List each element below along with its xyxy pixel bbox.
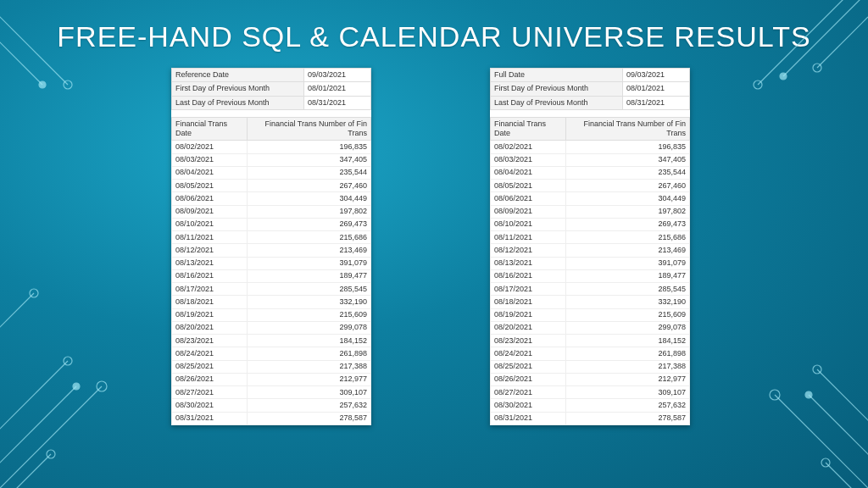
meta-label: Full Date bbox=[491, 69, 623, 82]
cell-count: 267,460 bbox=[247, 180, 370, 192]
meta-value: 08/01/2021 bbox=[304, 82, 371, 96]
cell-count: 215,686 bbox=[565, 231, 689, 244]
svg-point-23 bbox=[805, 391, 812, 398]
cell-date: 08/19/2021 bbox=[172, 308, 248, 321]
meta-value: 09/03/2021 bbox=[304, 69, 371, 82]
cell-date: 08/20/2021 bbox=[491, 321, 566, 334]
cell-count: 309,107 bbox=[565, 386, 689, 399]
cell-date: 08/16/2021 bbox=[172, 269, 248, 282]
svg-line-20 bbox=[775, 395, 868, 488]
col-header-count: Financial Trans Number of Fin Trans bbox=[247, 117, 370, 141]
table-row: 08/12/2021213,469 bbox=[172, 244, 371, 257]
table-row: 08/02/2021196,835 bbox=[172, 141, 371, 153]
cell-count: 269,473 bbox=[247, 218, 370, 230]
table-row: 08/02/2021196,835 bbox=[491, 141, 690, 153]
cell-date: 08/10/2021 bbox=[172, 218, 248, 230]
cell-count: 257,632 bbox=[247, 399, 370, 412]
cell-date: 08/12/2021 bbox=[491, 244, 566, 257]
meta-label: First Day of Previous Month bbox=[172, 82, 304, 96]
cell-date: 08/19/2021 bbox=[491, 308, 566, 321]
meta-label: Last Day of Previous Month bbox=[172, 96, 304, 109]
meta-value: 08/31/2021 bbox=[304, 96, 371, 109]
table-row: 08/23/2021184,152 bbox=[491, 335, 690, 347]
cell-count: 269,473 bbox=[565, 218, 689, 230]
cell-date: 08/13/2021 bbox=[491, 257, 566, 269]
table-row: 08/24/2021261,898 bbox=[491, 347, 690, 360]
table-row: 08/05/2021267,460 bbox=[172, 180, 371, 192]
table-row: 08/19/2021215,609 bbox=[172, 308, 371, 321]
svg-point-9 bbox=[39, 81, 46, 88]
meta-value: 09/03/2021 bbox=[623, 69, 690, 82]
table-row: 08/13/2021391,079 bbox=[491, 257, 690, 269]
cell-date: 08/02/2021 bbox=[491, 141, 566, 153]
cell-count: 304,449 bbox=[247, 192, 370, 205]
results-panel-right: Full Date09/03/2021First Day of Previous… bbox=[490, 68, 690, 425]
col-header-date: Financial Trans Date bbox=[491, 117, 566, 141]
cell-date: 08/06/2021 bbox=[491, 192, 566, 205]
meta-table-left: Reference Date09/03/2021First Day of Pre… bbox=[171, 68, 371, 110]
svg-point-27 bbox=[821, 458, 830, 467]
cell-count: 285,545 bbox=[247, 283, 370, 296]
svg-line-16 bbox=[8, 454, 51, 488]
table-row: 08/17/2021285,545 bbox=[491, 283, 690, 296]
meta-row: Last Day of Previous Month08/31/2021 bbox=[491, 96, 690, 109]
table-row: 08/09/2021197,802 bbox=[172, 205, 371, 218]
table-row: 08/06/2021304,449 bbox=[172, 192, 371, 205]
cell-date: 08/03/2021 bbox=[491, 153, 566, 166]
meta-row: Last Day of Previous Month08/31/2021 bbox=[172, 96, 371, 109]
table-row: 08/04/2021235,544 bbox=[172, 166, 371, 179]
cell-date: 08/11/2021 bbox=[172, 231, 248, 244]
cell-date: 08/27/2021 bbox=[491, 386, 566, 399]
svg-point-1 bbox=[780, 73, 787, 80]
cell-date: 08/09/2021 bbox=[172, 205, 248, 218]
table-row: 08/25/2021217,388 bbox=[172, 360, 371, 373]
svg-point-19 bbox=[30, 289, 38, 297]
cell-date: 08/27/2021 bbox=[172, 386, 248, 399]
table-row: 08/03/2021347,405 bbox=[491, 153, 690, 166]
cell-date: 08/31/2021 bbox=[172, 412, 248, 424]
cell-date: 08/20/2021 bbox=[172, 321, 248, 334]
meta-row: Reference Date09/03/2021 bbox=[172, 69, 371, 82]
cell-date: 08/25/2021 bbox=[172, 360, 248, 373]
cell-date: 08/30/2021 bbox=[172, 399, 248, 412]
cell-count: 332,190 bbox=[565, 296, 689, 308]
svg-point-25 bbox=[813, 365, 821, 374]
meta-value: 08/31/2021 bbox=[623, 96, 690, 109]
svg-line-22 bbox=[809, 395, 868, 463]
table-row: 08/30/2021257,632 bbox=[491, 399, 690, 412]
cell-count: 391,079 bbox=[565, 257, 689, 269]
cell-date: 08/03/2021 bbox=[172, 153, 248, 166]
table-row: 08/31/2021278,587 bbox=[172, 412, 371, 424]
table-row: 08/03/2021347,405 bbox=[172, 153, 371, 166]
meta-value: 08/01/2021 bbox=[623, 82, 690, 96]
cell-count: 212,977 bbox=[247, 373, 370, 385]
cell-date: 08/25/2021 bbox=[491, 360, 566, 373]
cell-date: 08/16/2021 bbox=[491, 269, 566, 282]
cell-date: 08/09/2021 bbox=[491, 205, 566, 218]
circuit-decoration-bottom-right bbox=[682, 268, 868, 488]
cell-date: 08/30/2021 bbox=[491, 399, 566, 412]
cell-count: 196,835 bbox=[247, 141, 370, 153]
table-row: 08/18/2021332,190 bbox=[491, 296, 690, 308]
svg-point-7 bbox=[64, 80, 72, 89]
meta-row: First Day of Previous Month08/01/2021 bbox=[172, 82, 371, 96]
cell-count: 309,107 bbox=[247, 386, 370, 399]
cell-count: 299,078 bbox=[565, 321, 689, 334]
cell-count: 261,898 bbox=[247, 347, 370, 360]
cell-date: 08/04/2021 bbox=[491, 166, 566, 179]
table-row: 08/25/2021217,388 bbox=[491, 360, 690, 373]
svg-point-3 bbox=[813, 64, 821, 72]
cell-date: 08/23/2021 bbox=[491, 335, 566, 347]
cell-count: 285,545 bbox=[565, 283, 689, 296]
svg-point-5 bbox=[754, 80, 762, 89]
table-row: 08/30/2021257,632 bbox=[172, 399, 371, 412]
cell-date: 08/04/2021 bbox=[172, 166, 248, 179]
cell-count: 235,544 bbox=[247, 166, 370, 179]
table-row: 08/20/2021299,078 bbox=[491, 321, 690, 334]
table-row: 08/11/2021215,686 bbox=[172, 231, 371, 244]
results-panel-left: Reference Date09/03/2021First Day of Pre… bbox=[171, 68, 371, 425]
meta-label: First Day of Previous Month bbox=[491, 82, 623, 96]
meta-row: Full Date09/03/2021 bbox=[491, 69, 690, 82]
table-row: 08/12/2021213,469 bbox=[491, 244, 690, 257]
cell-date: 08/05/2021 bbox=[172, 180, 248, 192]
